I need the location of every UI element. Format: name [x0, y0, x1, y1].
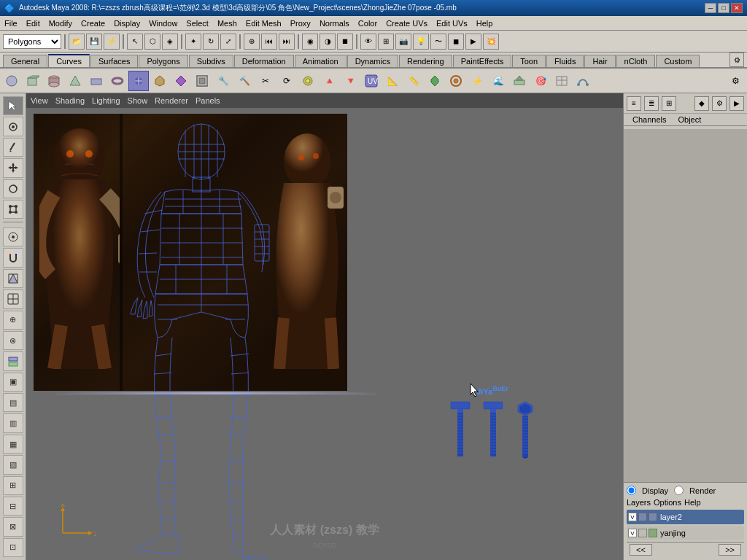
tab-polygons[interactable]: Polygons: [139, 55, 187, 67]
tb-show-hide-btn[interactable]: 👁: [360, 34, 376, 50]
lt-tool17[interactable]: ▦: [3, 435, 23, 454]
tb2-settings-btn[interactable]: ⚙: [725, 71, 746, 91]
tab-animation[interactable]: Animation: [295, 55, 347, 67]
tb-scale-btn[interactable]: ⤢: [220, 34, 236, 50]
layer2-vis[interactable]: [638, 513, 647, 521]
nav-prev-btn[interactable]: <<: [630, 544, 652, 556]
vp-menu-lighting[interactable]: Lighting: [92, 96, 120, 105]
menu-modify[interactable]: Modify: [44, 18, 77, 29]
tab-hair[interactable]: Hair: [584, 55, 615, 67]
layer2-check[interactable]: V: [628, 513, 637, 521]
object-tab[interactable]: Object: [672, 114, 707, 125]
tab-fluids[interactable]: Fluids: [546, 55, 584, 67]
close-button[interactable]: ✕: [731, 3, 743, 13]
tb2-cone-btn[interactable]: [65, 71, 85, 91]
layers-menu-item[interactable]: Layers: [627, 498, 651, 507]
nav-next-btn[interactable]: >>: [719, 544, 741, 556]
lt-paint-tool[interactable]: [3, 117, 23, 136]
tb2-btn27[interactable]: [551, 71, 572, 91]
render-mode-dropdown[interactable]: Polygons NURBS Subdiv: [3, 34, 61, 49]
rp-btn6[interactable]: ▶: [729, 96, 744, 111]
lt-tool16[interactable]: ▥: [3, 413, 23, 432]
tb2-sphere-btn[interactable]: [1, 71, 22, 91]
tb2-btn9[interactable]: [171, 71, 191, 91]
tab-painteffects[interactable]: PaintEffects: [453, 55, 512, 67]
tab-deformation[interactable]: Deformation: [234, 55, 294, 67]
menu-editmesh[interactable]: Edit Mesh: [241, 18, 286, 29]
tb2-btn22[interactable]: [446, 71, 466, 91]
layer-row-layer2[interactable]: V layer2: [627, 510, 744, 524]
menu-proxy[interactable]: Proxy: [286, 18, 315, 29]
lt-tool12[interactable]: ⊗: [3, 331, 23, 350]
tb-move-btn[interactable]: ✦: [185, 34, 201, 50]
menu-edituvs[interactable]: Edit UVs: [432, 18, 472, 29]
tb2-btn20[interactable]: 📏: [403, 71, 424, 91]
lt-select-tool[interactable]: [3, 96, 23, 115]
lt-tool10[interactable]: [3, 289, 23, 308]
tb2-btn14[interactable]: ⟳: [276, 71, 297, 91]
menu-edit[interactable]: Edit: [22, 18, 44, 29]
lt-tool15[interactable]: ▤: [3, 393, 23, 412]
lt-tool14[interactable]: ▣: [3, 373, 23, 392]
tab-dynamics[interactable]: Dynamics: [347, 55, 398, 67]
tab-ncloth[interactable]: nCloth: [616, 55, 656, 67]
vp-menu-view[interactable]: View: [31, 96, 48, 105]
menu-help[interactable]: Help: [472, 18, 498, 29]
tb2-btn15[interactable]: [298, 71, 318, 91]
lt-tool11[interactable]: ⊕: [3, 311, 23, 330]
lt-tool22[interactable]: ⊡: [3, 538, 23, 557]
tb2-btn21[interactable]: [425, 71, 445, 91]
menu-file[interactable]: File: [0, 18, 22, 29]
vp-menu-shading[interactable]: Shading: [55, 96, 85, 105]
tb2-btn18[interactable]: UV: [361, 71, 382, 91]
lt-snap-tool[interactable]: [3, 228, 23, 246]
yanjing-check[interactable]: V: [628, 529, 637, 537]
tb-rotate-btn[interactable]: ↻: [203, 34, 219, 50]
tb-snap-btn[interactable]: ⊕: [244, 34, 260, 50]
options-menu-item[interactable]: Options: [654, 498, 681, 507]
tb2-plane-btn[interactable]: [86, 71, 107, 91]
tb-open-btn[interactable]: 📂: [69, 34, 85, 50]
vp-menu-renderer[interactable]: Renderer: [155, 96, 188, 105]
lt-tool20[interactable]: ⊟: [3, 497, 23, 516]
tb-cam-btn[interactable]: 📷: [395, 34, 411, 50]
menu-select[interactable]: Select: [182, 18, 213, 29]
menu-normals[interactable]: Normals: [315, 18, 354, 29]
lt-move-tool[interactable]: [3, 158, 23, 177]
tb-deform-btn[interactable]: ◼: [448, 34, 464, 50]
tb-render-btn[interactable]: ◉: [302, 34, 318, 50]
lt-soft-sel-tool[interactable]: [3, 269, 23, 288]
yanjing-vis[interactable]: [638, 529, 647, 537]
help-menu-item[interactable]: Help: [684, 498, 701, 507]
tb2-btn17[interactable]: 🔻: [340, 71, 360, 91]
tb-save-btn[interactable]: 💾: [86, 34, 102, 50]
viewport-canvas[interactable]: JiYaBuEr: [26, 108, 623, 560]
channels-tab[interactable]: Channels: [627, 114, 672, 125]
tb2-btn12[interactable]: 🔨: [234, 71, 255, 91]
tb-light-btn[interactable]: 💡: [413, 34, 429, 50]
tb2-btn23[interactable]: ⚡: [467, 71, 487, 91]
tb2-btn24[interactable]: 🌊: [488, 71, 508, 91]
tb2-btn13[interactable]: ✂: [255, 71, 276, 91]
tb-select-btn[interactable]: ↖: [127, 34, 143, 50]
lt-tool13[interactable]: [3, 351, 23, 370]
tab-custom[interactable]: Custom: [656, 55, 700, 67]
tab-general[interactable]: General: [3, 55, 47, 67]
tb-btn3[interactable]: ⚡: [104, 34, 120, 50]
lt-rotate-tool[interactable]: [3, 179, 23, 198]
tb2-torus-btn[interactable]: [107, 71, 128, 91]
rp-btn5[interactable]: ⚙: [712, 96, 727, 111]
rp-btn3[interactable]: ⊞: [662, 96, 676, 111]
menu-display[interactable]: Display: [109, 18, 144, 29]
lt-magnet-tool[interactable]: [3, 248, 23, 267]
menu-mesh[interactable]: Mesh: [213, 18, 241, 29]
tb-curve-btn[interactable]: 〜: [430, 34, 446, 50]
tab-settings-btn[interactable]: ⚙: [729, 52, 744, 67]
tb-redo-btn[interactable]: ⏭: [279, 34, 295, 50]
tb2-cube-btn[interactable]: [23, 71, 43, 91]
menu-create[interactable]: Create: [77, 18, 109, 29]
tb-anim-btn[interactable]: ▶: [465, 34, 481, 50]
tb2-selected1-btn[interactable]: [128, 71, 149, 91]
tab-subdivs[interactable]: Subdivs: [189, 55, 233, 67]
tab-curves[interactable]: Curves: [48, 54, 90, 67]
